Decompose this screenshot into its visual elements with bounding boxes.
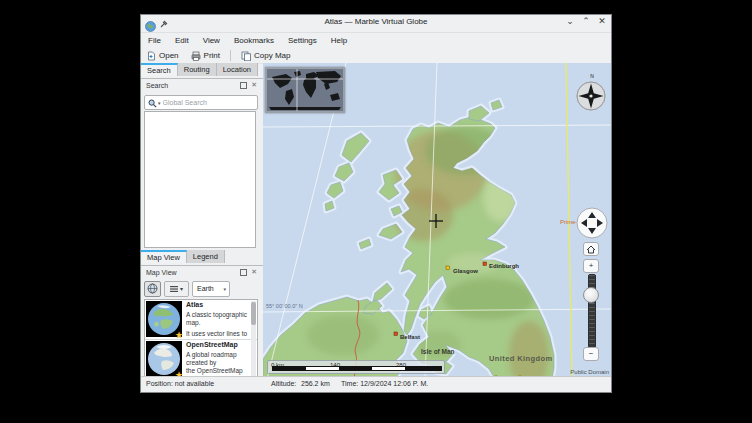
statusbar: Position: not available Altitude: 256.2 … xyxy=(141,376,611,392)
country-label: United Kingdom xyxy=(489,354,553,363)
menu-help[interactable]: Help xyxy=(324,34,354,47)
minimize-button[interactable]: ⌄ xyxy=(565,16,575,26)
celestial-body-select[interactable]: Earth ▾ xyxy=(192,281,230,297)
window-title: Atlas — Marble Virtual Globe xyxy=(141,17,611,26)
home-icon xyxy=(586,245,596,254)
close-button[interactable]: ✕ xyxy=(597,16,607,26)
mapview-dock-header: Map View ✕ xyxy=(141,266,259,279)
attribution-label: Public Domain xyxy=(570,369,609,375)
chevron-down-icon: ▾ xyxy=(180,285,183,292)
mapview-dock-title: Map View xyxy=(146,269,177,276)
maximize-button[interactable]: ⌃ xyxy=(581,16,591,26)
float-panel-icon[interactable] xyxy=(240,82,247,89)
open-button[interactable]: Open xyxy=(141,50,185,62)
print-button[interactable]: Print xyxy=(185,50,226,62)
city-label-edinburgh: Edinburgh xyxy=(489,263,519,269)
mapview-tabbar: Map View Legend xyxy=(141,250,263,266)
map-theme-title: OpenStreetMap xyxy=(186,341,248,348)
toolbar-separator xyxy=(230,50,231,61)
city-marker-belfast[interactable] xyxy=(394,332,397,335)
openstreetmap-thumbnail: ★ xyxy=(146,341,182,377)
pan-control[interactable] xyxy=(576,207,608,239)
close-panel-icon[interactable]: ✕ xyxy=(251,81,257,89)
toolbar: Open Print Copy Map xyxy=(141,48,611,64)
zoom-slider-thumb[interactable] xyxy=(583,287,599,303)
status-altitude-value: 256.2 km xyxy=(301,380,330,387)
map-theme-item-atlas[interactable]: ★ Atlas A classic topographic map. It us… xyxy=(145,300,257,340)
search-tabbar: Search Routing Location xyxy=(141,63,263,79)
copy-icon xyxy=(241,51,251,61)
search-field[interactable]: ▾ xyxy=(144,95,258,110)
search-dock-header: Search ✕ xyxy=(141,79,259,92)
menu-view[interactable]: View xyxy=(196,34,227,47)
globe-icon xyxy=(147,283,158,294)
desktop-background: { "window": { "title": "Atlas — Marble V… xyxy=(0,0,752,423)
map-viewport[interactable]: 55° 00' 00.0" N Prime Meridian Glasgow E… xyxy=(263,63,611,379)
city-label-belfast: Belfast xyxy=(400,334,420,340)
map-theme-item-openstreetmap[interactable]: ★ OpenStreetMap A global roadmap created… xyxy=(145,340,257,378)
city-label-glasgow: Glasgow xyxy=(453,268,478,274)
chevron-down-icon: ▾ xyxy=(223,286,229,292)
overview-map[interactable] xyxy=(265,67,345,113)
map-list-scrollbar[interactable] xyxy=(251,301,256,376)
float-panel-icon[interactable] xyxy=(240,269,247,276)
scale-bar-segments xyxy=(272,366,442,371)
menubar: File Edit View Bookmarks Settings Help xyxy=(141,32,611,48)
sidebar: Search Routing Location Search ✕ ▾ Map V… xyxy=(141,63,263,379)
map-theme-desc-line: A global roadmap created by xyxy=(186,351,248,367)
menu-edit[interactable]: Edit xyxy=(168,34,196,47)
status-altitude-label: Altitude: xyxy=(271,380,296,387)
map-theme-desc-line: It uses vector lines to mark xyxy=(186,330,248,340)
compass-rose[interactable]: N xyxy=(574,75,610,115)
titlebar[interactable]: Atlas — Marble Virtual Globe ⌄ ⌃ ✕ xyxy=(141,15,611,33)
global-search-input[interactable] xyxy=(163,99,257,106)
city-marker-glasgow[interactable] xyxy=(446,266,449,269)
search-icon xyxy=(148,94,157,112)
map-theme-desc-line: A classic topographic map. xyxy=(186,311,248,327)
menu-settings[interactable]: Settings xyxy=(281,34,324,47)
favorite-star-icon: ★ xyxy=(175,330,183,340)
atlas-thumbnail: ★ xyxy=(146,301,182,337)
search-options-arrow-icon[interactable]: ▾ xyxy=(158,100,161,106)
island-label: Isle of Man xyxy=(421,348,455,355)
close-panel-icon[interactable]: ✕ xyxy=(251,268,257,276)
search-results-list[interactable] xyxy=(144,111,256,248)
status-position: Position: not available xyxy=(146,380,214,387)
home-button[interactable] xyxy=(583,242,599,256)
map-theme-list: ★ Atlas A classic topographic map. It us… xyxy=(144,299,258,378)
tab-routing[interactable]: Routing xyxy=(178,63,217,76)
globe-projection-button[interactable] xyxy=(144,281,161,297)
latitude-label: 55° 00' 00.0" N xyxy=(266,303,303,309)
view-mode-button[interactable]: ▾ xyxy=(164,281,189,297)
zoom-in-button[interactable]: + xyxy=(583,259,599,273)
overview-world-icon xyxy=(267,69,343,111)
list-view-icon xyxy=(170,285,178,293)
tab-legend[interactable]: Legend xyxy=(187,250,225,263)
tab-location[interactable]: Location xyxy=(217,63,258,76)
search-dock-title: Search xyxy=(146,82,168,89)
copy-map-button[interactable]: Copy Map xyxy=(235,50,296,62)
tab-map-view[interactable]: Map View xyxy=(141,250,187,263)
zoom-slider-track[interactable] xyxy=(588,274,596,348)
marble-window: Atlas — Marble Virtual Globe ⌄ ⌃ ✕ File … xyxy=(140,14,612,393)
menu-file[interactable]: File xyxy=(141,34,168,47)
tab-search[interactable]: Search xyxy=(141,63,178,76)
open-icon xyxy=(147,51,156,61)
zoom-out-button[interactable]: − xyxy=(583,347,599,361)
city-marker-edinburgh[interactable] xyxy=(483,262,486,265)
status-time: Time: 12/9/2024 12:06 P. M. xyxy=(341,380,428,387)
print-icon xyxy=(191,51,201,61)
mapview-controls: ▾ Earth ▾ xyxy=(144,280,258,297)
scale-bar: 0 km 140 280 xyxy=(267,360,445,374)
map-theme-title: Atlas xyxy=(186,301,248,308)
menu-bookmarks[interactable]: Bookmarks xyxy=(227,34,281,47)
